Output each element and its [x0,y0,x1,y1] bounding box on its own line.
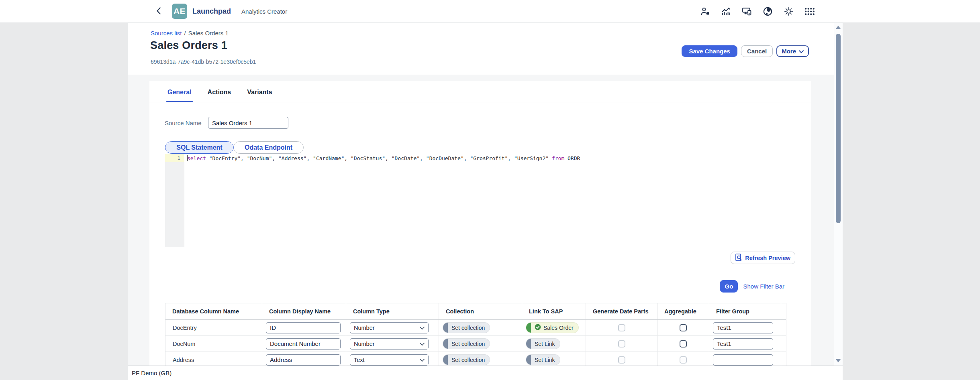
display-name-input[interactable] [266,354,341,366]
user-settings-icon[interactable] [700,6,710,16]
sql-code-editor[interactable]: 1 select "DocEntry", "DocNum", "Address"… [165,154,797,247]
link-to-sap-button[interactable]: Sales Order [526,322,579,333]
db-column-name: DocEntry [165,320,262,335]
source-name-input[interactable] [208,117,288,129]
go-button[interactable]: Go [720,280,738,293]
code-line: select "DocEntry", "DocNum", "Address", … [187,154,580,163]
app-subtitle: Analytics Creator [241,0,287,22]
col-header-column-type: Column Type [346,303,439,319]
footer-bar: PF Demo (GB) [128,366,843,380]
more-button[interactable]: More [776,45,809,57]
set-collection-label: Set collection [448,357,490,363]
code-area[interactable]: select "DocEntry", "DocNum", "Address", … [185,154,797,247]
db-column-name: DocNum [165,336,262,352]
topbar: AE Launchpad Analytics Creator [0,0,980,23]
col-header-filter-group: Filter Group [709,303,781,319]
chip-bar [443,323,448,333]
filter-group-input[interactable] [713,322,773,333]
object-header: Sources list/Sales Orders 1 Sales Orders… [128,22,834,75]
sql-table-name: ORDR [564,155,580,161]
chip-bar [526,323,531,333]
breadcrumb: Sources list/Sales Orders 1 [151,30,229,37]
page-title: Sales Orders 1 [150,39,227,52]
tab-actions[interactable]: Actions [206,83,233,102]
chip-bar [526,355,531,365]
general-panel: General Actions Variants Source Name SQL… [149,81,811,366]
columns-table: Database Column Name Column Display Name… [165,303,786,368]
footer-company-text: PF Demo (GB) [128,370,172,376]
app-title: Launchpad [192,0,231,22]
odata-endpoint-toggle[interactable]: Odata Endpoint [233,141,304,154]
aggregable-checkbox[interactable] [680,324,687,331]
generate-date-parts-checkbox[interactable] [618,340,625,347]
globe-icon[interactable] [763,6,773,16]
vertical-scrollbar[interactable] [834,22,843,366]
column-type-select[interactable]: Number [350,338,429,350]
save-changes-button[interactable]: Save Changes [682,45,737,57]
breadcrumb-link-sources[interactable]: Sources list [151,30,182,37]
row-spacer [781,336,786,352]
table-row: DocNum Number Set collection Set Link [165,336,786,352]
tabstrip: General Actions Variants [149,81,811,102]
refresh-preview-label: Refresh Preview [745,255,790,261]
col-header-generate-date-parts: Generate Date Parts [586,303,657,319]
set-collection-button[interactable]: Set collection [443,338,490,349]
column-type-select[interactable]: Number [350,322,429,333]
link-to-sap-label: Set Link [531,341,560,347]
scroll-up-button[interactable] [835,26,841,29]
generate-date-parts-checkbox[interactable] [618,324,625,331]
tab-general[interactable]: General [166,83,193,102]
breadcrumb-separator: / [184,30,186,37]
generate-date-parts-checkbox[interactable] [618,356,625,364]
sql-keyword-from: from [552,155,564,161]
aggregable-checkbox[interactable] [680,340,687,347]
show-filter-bar-link[interactable]: Show Filter Bar [743,283,784,290]
set-collection-label: Set collection [448,341,490,347]
col-header-aggregable: Aggregable [657,303,709,319]
set-collection-button[interactable]: Set collection [443,322,490,333]
chip-bar [443,355,448,365]
table-header-row: Database Column Name Column Display Name… [165,303,786,320]
aggregable-checkbox[interactable] [680,356,687,364]
app-logo[interactable]: AE [172,4,187,19]
app-grid-icon[interactable] [804,6,815,16]
filter-group-input[interactable] [713,354,773,366]
sql-keyword-select: select [187,155,206,161]
content-column: Sources list/Sales Orders 1 Sales Orders… [128,22,843,366]
filter-group-input[interactable] [713,338,773,350]
display-name-input[interactable] [266,338,341,350]
more-button-label: More [782,48,796,55]
chip-bar [443,339,448,349]
link-to-sap-button[interactable]: Set Link [526,354,560,365]
scroll-down-button[interactable] [835,359,841,362]
sql-columns-text: "DocEntry", "DocNum", "Address", "CardNa… [206,155,552,161]
chevron-down-icon [420,340,425,347]
analytics-icon[interactable] [721,6,731,16]
devices-icon[interactable] [742,6,752,16]
row-spacer [781,320,786,335]
table-row: DocEntry Number Set collection Sales Ord… [165,320,786,336]
editor-print-margin [450,154,450,247]
set-collection-label: Set collection [448,325,490,331]
col-header-spacer [781,303,786,319]
app-screen: AE Launchpad Analytics Creator [0,0,980,380]
refresh-preview-button[interactable]: Refresh Preview [731,252,795,264]
tab-variants[interactable]: Variants [246,83,273,102]
preview-toolbar: Go Show Filter Bar [720,280,784,293]
breadcrumb-current: Sales Orders 1 [188,30,229,37]
source-name-label: Source Name [165,120,202,126]
back-button[interactable] [153,6,164,16]
chevron-down-icon [420,324,425,331]
chevron-down-icon [799,48,804,55]
link-to-sap-button[interactable]: Set Link [526,338,560,349]
cancel-button[interactable]: Cancel [741,45,773,57]
set-collection-button[interactable]: Set collection [443,354,490,365]
display-name-input[interactable] [266,322,341,333]
col-header-collection: Collection [439,303,522,319]
chevron-down-icon [420,356,425,364]
scroll-thumb[interactable] [836,34,841,223]
column-type-select[interactable]: Text [350,354,429,366]
theme-icon[interactable] [784,6,794,16]
sql-statement-toggle[interactable]: SQL Statement [165,141,234,154]
topbar-icon-group [700,0,815,22]
